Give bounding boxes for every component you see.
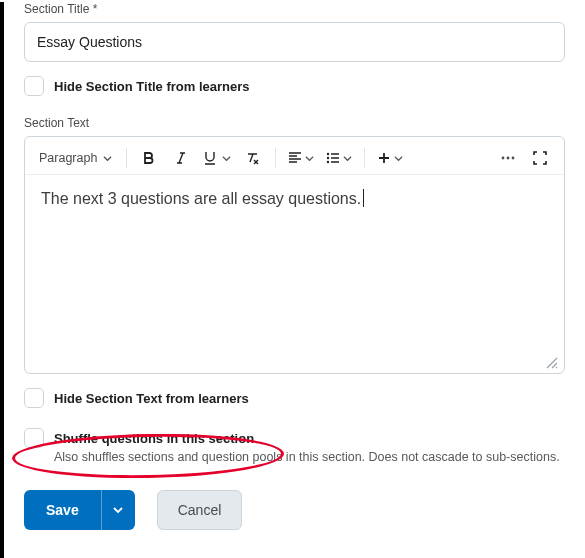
hide-title-checkbox[interactable] — [24, 76, 44, 96]
list-icon — [326, 151, 340, 165]
more-button[interactable] — [494, 144, 522, 172]
hide-text-checkbox[interactable] — [24, 388, 44, 408]
svg-point-0 — [327, 153, 329, 155]
save-dropdown-button[interactable] — [101, 490, 135, 530]
shuffle-help-text: Also shuffles sections and question pool… — [54, 450, 565, 464]
align-left-icon — [288, 151, 302, 165]
svg-point-2 — [327, 161, 329, 163]
underline-button[interactable] — [199, 144, 235, 172]
bold-button[interactable] — [135, 144, 163, 172]
clear-format-button[interactable] — [239, 144, 267, 172]
chevron-down-icon — [113, 505, 123, 515]
chevron-down-icon — [305, 154, 314, 163]
plus-icon — [377, 151, 391, 165]
italic-icon — [174, 151, 188, 165]
clear-format-icon — [245, 151, 261, 165]
editor-toolbar: Paragraph — [25, 137, 564, 175]
list-button[interactable] — [322, 144, 356, 172]
svg-point-1 — [327, 157, 329, 159]
chevron-down-icon — [103, 154, 112, 163]
required-asterisk: * — [93, 2, 98, 16]
cancel-button[interactable]: Cancel — [157, 490, 243, 530]
resize-icon — [544, 355, 558, 369]
resize-handle[interactable] — [544, 355, 558, 369]
svg-point-4 — [507, 157, 510, 160]
paragraph-format-select[interactable]: Paragraph — [37, 144, 118, 172]
text-cursor — [363, 189, 364, 207]
chevron-down-icon — [222, 154, 231, 163]
section-text-label: Section Text — [24, 116, 565, 130]
toolbar-separator — [364, 148, 365, 168]
hide-text-label: Hide Section Text from learners — [54, 391, 249, 406]
insert-button[interactable] — [373, 144, 407, 172]
italic-button[interactable] — [167, 144, 195, 172]
chevron-down-icon — [394, 154, 403, 163]
bold-icon — [142, 151, 156, 165]
section-title-label: Section Title * — [24, 2, 565, 16]
fullscreen-button[interactable] — [526, 144, 554, 172]
shuffle-checkbox[interactable] — [24, 428, 44, 448]
shuffle-label: Shuffle questions in this section — [54, 431, 254, 446]
fullscreen-icon — [533, 151, 547, 165]
ellipsis-icon — [500, 151, 516, 165]
section-title-input[interactable] — [24, 22, 565, 62]
hide-title-label: Hide Section Title from learners — [54, 79, 250, 94]
align-button[interactable] — [284, 144, 318, 172]
editor-content[interactable]: The next 3 questions are all essay quest… — [25, 175, 564, 373]
toolbar-separator — [275, 148, 276, 168]
svg-point-3 — [502, 157, 505, 160]
svg-point-5 — [512, 157, 515, 160]
toolbar-separator — [126, 148, 127, 168]
chevron-down-icon — [343, 154, 352, 163]
underline-icon — [203, 151, 219, 165]
rich-text-editor: Paragraph — [24, 136, 565, 374]
save-button[interactable]: Save — [24, 490, 101, 530]
